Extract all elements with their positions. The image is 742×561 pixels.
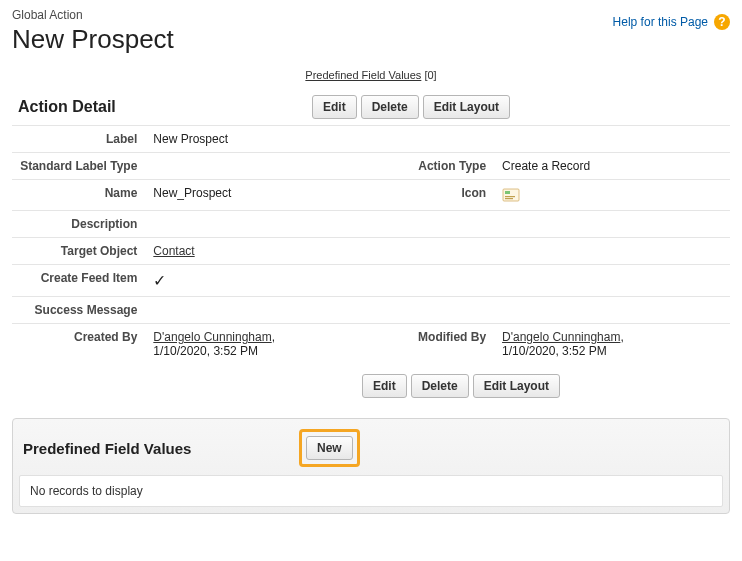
created-by-date: 1/10/2020, 3:52 PM bbox=[153, 344, 258, 358]
section-title-action-detail: Action Detail bbox=[12, 98, 312, 116]
label-label: Label bbox=[12, 126, 145, 153]
label-modified-by: Modified By bbox=[381, 324, 494, 365]
label-standard-label-type: Standard Label Type bbox=[12, 153, 145, 180]
modified-by-sep: , bbox=[620, 330, 623, 344]
value-description bbox=[145, 211, 381, 238]
new-predefined-value-button[interactable]: New bbox=[306, 436, 353, 460]
label-icon: Icon bbox=[381, 180, 494, 211]
value-icon bbox=[494, 180, 730, 211]
edit-layout-button[interactable]: Edit Layout bbox=[423, 95, 510, 119]
related-list-empty-message: No records to display bbox=[19, 475, 723, 507]
label-action-type: Action Type bbox=[381, 153, 494, 180]
action-detail-table: Label New Prospect Standard Label Type A… bbox=[12, 125, 730, 364]
checkmark-icon: ✓ bbox=[153, 272, 166, 289]
modified-by-date: 1/10/2020, 3:52 PM bbox=[502, 344, 607, 358]
label-description: Description bbox=[12, 211, 145, 238]
label-success-message: Success Message bbox=[12, 297, 145, 324]
new-button-highlight: New bbox=[299, 429, 360, 467]
value-name: New_Prospect bbox=[145, 180, 381, 211]
predefined-values-anchor[interactable]: Predefined Field Values bbox=[305, 69, 421, 81]
page-superhead: Global Action bbox=[12, 8, 174, 22]
value-success-message bbox=[145, 297, 381, 324]
value-label: New Prospect bbox=[145, 126, 381, 153]
created-by-sep: , bbox=[272, 330, 275, 344]
label-target-object: Target Object bbox=[12, 238, 145, 265]
svg-rect-2 bbox=[505, 196, 515, 197]
contact-icon bbox=[502, 186, 520, 204]
predefined-values-count: [0] bbox=[424, 69, 436, 81]
related-list-title: Predefined Field Values bbox=[23, 440, 299, 457]
related-list-predefined-values: Predefined Field Values New No records t… bbox=[12, 418, 730, 514]
value-action-type: Create a Record bbox=[494, 153, 730, 180]
edit-button-bottom[interactable]: Edit bbox=[362, 374, 407, 398]
page-title: New Prospect bbox=[12, 24, 174, 55]
value-target-object[interactable]: Contact bbox=[153, 244, 194, 258]
edit-button[interactable]: Edit bbox=[312, 95, 357, 119]
label-name: Name bbox=[12, 180, 145, 211]
delete-button-bottom[interactable]: Delete bbox=[411, 374, 469, 398]
help-icon[interactable]: ? bbox=[714, 14, 730, 30]
label-create-feed-item: Create Feed Item bbox=[12, 265, 145, 297]
svg-rect-1 bbox=[505, 191, 510, 194]
edit-layout-button-bottom[interactable]: Edit Layout bbox=[473, 374, 560, 398]
value-standard-label-type bbox=[145, 153, 381, 180]
delete-button[interactable]: Delete bbox=[361, 95, 419, 119]
modified-by-user-link[interactable]: D'angelo Cunningham bbox=[502, 330, 620, 344]
help-link[interactable]: Help for this Page bbox=[613, 15, 708, 29]
svg-rect-3 bbox=[505, 198, 513, 199]
created-by-user-link[interactable]: D'angelo Cunningham bbox=[153, 330, 271, 344]
label-created-by: Created By bbox=[12, 324, 145, 365]
